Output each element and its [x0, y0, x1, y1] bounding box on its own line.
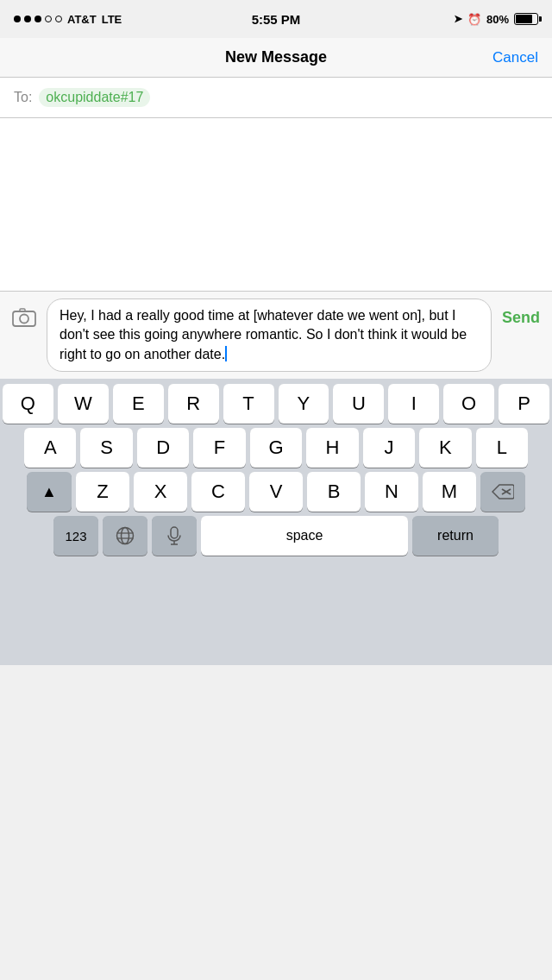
- nav-bar: New Message Cancel: [0, 38, 552, 78]
- dot4: [45, 16, 52, 22]
- svg-point-5: [117, 528, 134, 544]
- backspace-icon: [492, 484, 514, 499]
- status-time: 5:55 PM: [252, 12, 301, 27]
- key-i[interactable]: I: [388, 384, 439, 424]
- key-t[interactable]: T: [223, 384, 274, 424]
- return-key[interactable]: return: [412, 516, 499, 556]
- status-right: ➤ ⏰ 80%: [454, 13, 538, 26]
- key-w[interactable]: W: [58, 384, 109, 424]
- key-y[interactable]: Y: [279, 384, 329, 424]
- key-row-3: ▲ Z X C V B N M: [0, 472, 552, 512]
- key-v[interactable]: V: [249, 472, 303, 512]
- key-f[interactable]: F: [193, 428, 245, 468]
- key-o[interactable]: O: [443, 384, 494, 424]
- status-bar: AT&T LTE 5:55 PM ➤ ⏰ 80%: [0, 0, 552, 38]
- key-j[interactable]: J: [363, 428, 415, 468]
- message-area: [0, 118, 552, 291]
- key-n[interactable]: N: [365, 472, 418, 512]
- carrier: AT&T: [67, 13, 97, 26]
- svg-rect-9: [171, 527, 178, 538]
- text-cursor: [225, 346, 227, 361]
- space-key[interactable]: space: [201, 516, 408, 556]
- camera-icon: [12, 307, 36, 328]
- keyboard-rows: Q W E R T Y U I O P A S D F G H J K L ▲ …: [0, 379, 552, 556]
- keyboard: Q W E R T Y U I O P A S D F G H J K L ▲ …: [0, 379, 552, 665]
- battery-fill: [516, 15, 532, 23]
- key-u[interactable]: U: [333, 384, 384, 424]
- svg-rect-0: [13, 311, 35, 326]
- send-button[interactable]: Send: [499, 302, 543, 334]
- location-icon: ➤: [454, 13, 462, 25]
- recipient-tag[interactable]: okcupiddate#17: [39, 88, 150, 107]
- dot5: [55, 16, 62, 22]
- battery-icon: [514, 13, 538, 25]
- key-q[interactable]: Q: [3, 384, 53, 424]
- message-text: Hey, I had a really good time at [whatev…: [60, 308, 467, 361]
- status-left: AT&T LTE: [14, 13, 122, 26]
- nav-title: New Message: [225, 48, 327, 66]
- dot1: [14, 16, 21, 22]
- key-a[interactable]: A: [24, 428, 76, 468]
- dot3: [34, 16, 41, 22]
- key-c[interactable]: C: [191, 472, 245, 512]
- numbers-key[interactable]: 123: [53, 516, 98, 556]
- key-k[interactable]: K: [419, 428, 471, 468]
- backspace-key[interactable]: [480, 472, 525, 512]
- camera-button[interactable]: [9, 302, 40, 333]
- battery-percentage: 80%: [486, 13, 509, 26]
- key-d[interactable]: D: [137, 428, 189, 468]
- to-label: To:: [14, 90, 32, 105]
- key-z[interactable]: Z: [76, 472, 129, 512]
- key-g[interactable]: G: [250, 428, 302, 468]
- signal-dots: [14, 16, 62, 22]
- message-input[interactable]: Hey, I had a really good time at [whatev…: [47, 298, 492, 372]
- alarm-icon: ⏰: [467, 13, 481, 26]
- svg-point-1: [20, 315, 28, 324]
- svg-point-6: [122, 528, 129, 544]
- mic-icon: [167, 526, 181, 545]
- key-row-2: A S D F G H J K L: [0, 428, 552, 468]
- globe-key[interactable]: [103, 516, 147, 556]
- key-row-4: 123 space return: [0, 516, 552, 556]
- key-s[interactable]: S: [80, 428, 132, 468]
- key-x[interactable]: X: [134, 472, 187, 512]
- cancel-button[interactable]: Cancel: [492, 49, 538, 66]
- svg-rect-2: [20, 309, 25, 311]
- globe-icon: [116, 526, 135, 545]
- key-e[interactable]: E: [113, 384, 164, 424]
- compose-bar: Hey, I had a really good time at [whatev…: [0, 291, 552, 379]
- key-h[interactable]: H: [306, 428, 358, 468]
- network-type: LTE: [102, 13, 122, 26]
- key-r[interactable]: R: [168, 384, 219, 424]
- to-field: To: okcupiddate#17: [0, 78, 552, 118]
- key-row-1: Q W E R T Y U I O P: [0, 384, 552, 424]
- dot2: [24, 16, 31, 22]
- key-m[interactable]: M: [423, 472, 476, 512]
- key-p[interactable]: P: [499, 384, 549, 424]
- shift-key[interactable]: ▲: [27, 472, 72, 512]
- key-b[interactable]: B: [307, 472, 361, 512]
- mic-key[interactable]: [152, 516, 197, 556]
- key-l[interactable]: L: [476, 428, 528, 468]
